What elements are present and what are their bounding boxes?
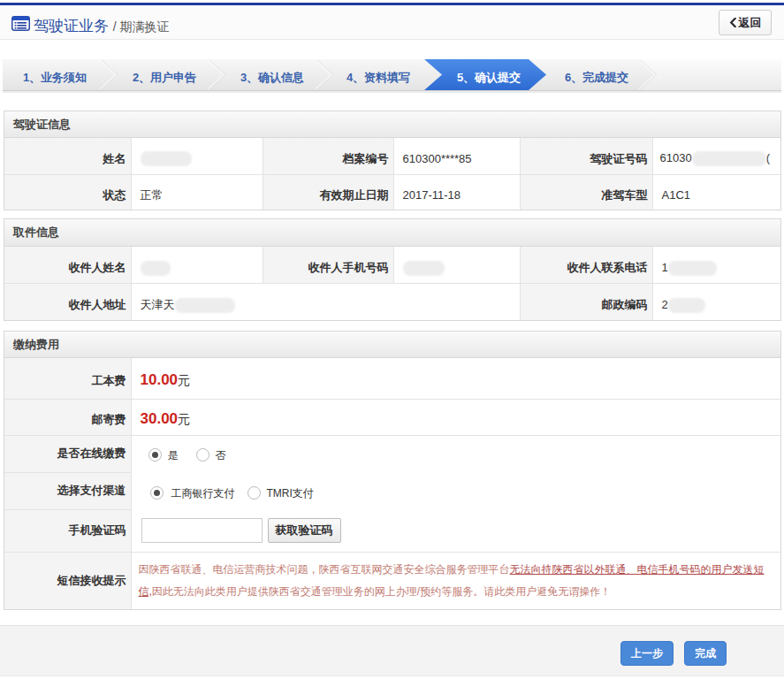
svg-text:4、资料填写: 4、资料填写 xyxy=(346,71,410,84)
svg-text:3、确认信息: 3、确认信息 xyxy=(240,71,304,84)
svg-text:1、业务须知: 1、业务须知 xyxy=(23,71,87,84)
svg-text:6、完成提交: 6、完成提交 xyxy=(565,71,628,84)
svg-text:5、确认提交: 5、确认提交 xyxy=(457,71,521,84)
svg-text:2、用户申告: 2、用户申告 xyxy=(133,71,196,84)
